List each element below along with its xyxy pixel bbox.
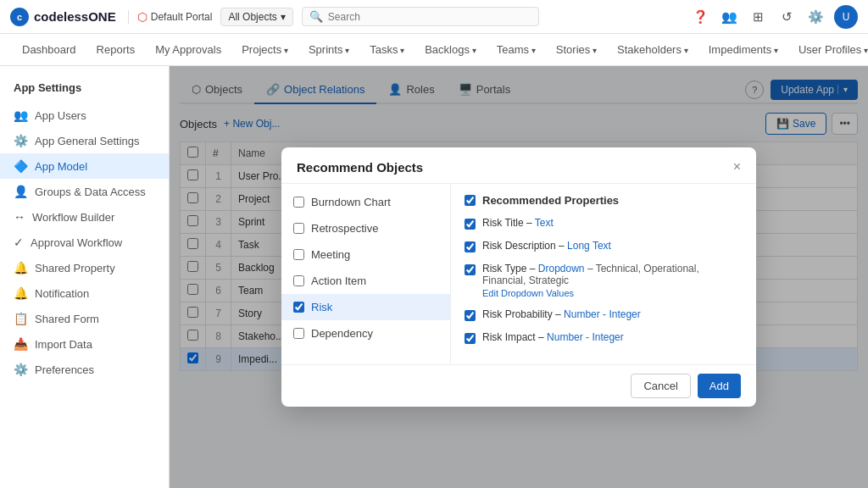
- nav-sprints[interactable]: Sprints: [300, 36, 358, 63]
- sidebar-item-preferences[interactable]: ⚙️ Preferences: [0, 357, 169, 382]
- modal-close-button[interactable]: ×: [733, 159, 741, 175]
- modal-object-checkbox[interactable]: [293, 275, 304, 286]
- modal-object-checkbox[interactable]: [293, 197, 304, 208]
- prop-type-link[interactable]: Number - Integer: [564, 308, 641, 320]
- search-input[interactable]: [328, 11, 531, 23]
- modal-object-item[interactable]: Dependency: [281, 320, 450, 347]
- main-layout: App Settings 👥 App Users ⚙️ App General …: [0, 66, 868, 488]
- modal-object-checkbox[interactable]: [293, 223, 304, 234]
- nav-teams[interactable]: Teams: [488, 36, 544, 63]
- sidebar-item-approval-workflow[interactable]: ✓ Approval Workflow: [0, 230, 169, 255]
- sidebar-item-general-settings[interactable]: ⚙️ App General Settings: [0, 128, 169, 153]
- sidebar-import-data-label: Import Data: [35, 338, 92, 351]
- prop-link[interactable]: Edit Dropdown Values: [482, 288, 743, 298]
- sidebar-groups-label: Groups & Data Access: [35, 186, 146, 198]
- app-model-icon: 🔷: [14, 159, 28, 173]
- property-item: Risk Description – Long Text: [465, 240, 743, 252]
- sidebar-item-workflow-builder[interactable]: ↔️ Workflow Builder: [0, 204, 169, 230]
- property-checkbox[interactable]: [465, 264, 476, 275]
- all-objects-button[interactable]: All Objects ▾: [220, 8, 292, 26]
- recommend-objects-modal: Recommend Objects × Burndown Chart Retro…: [281, 147, 756, 407]
- nav-projects[interactable]: Projects: [233, 36, 297, 63]
- modal-object-checkbox[interactable]: [293, 302, 304, 313]
- prop-name: Risk Impact: [482, 331, 536, 343]
- recommended-properties-checkbox[interactable]: [465, 195, 476, 206]
- sidebar-workflow-builder-label: Workflow Builder: [32, 211, 114, 224]
- modal-object-item[interactable]: Risk: [281, 294, 450, 320]
- modal-object-label: Burndown Chart: [311, 196, 391, 208]
- avatar[interactable]: U: [834, 5, 858, 29]
- modal-object-label: Action Item: [311, 274, 366, 287]
- logo-icon: c: [10, 8, 29, 26]
- sidebar-item-notification[interactable]: 🔔 Notification: [0, 280, 169, 306]
- prop-name: Risk Description: [482, 240, 556, 252]
- search-icon: 🔍: [309, 10, 323, 23]
- nav-backlogs[interactable]: Backlogs: [416, 36, 485, 63]
- nav-stories[interactable]: Stories: [548, 36, 605, 63]
- prop-separator: –: [555, 308, 564, 320]
- modal-object-label: Retrospective: [311, 222, 378, 235]
- property-checkbox[interactable]: [465, 219, 476, 230]
- modal-object-item[interactable]: Meeting: [281, 241, 450, 268]
- prop-content: Risk Probability – Number - Integer: [482, 308, 743, 320]
- modal-title: Recommend Objects: [297, 160, 423, 175]
- sidebar-item-app-users[interactable]: 👥 App Users: [0, 103, 169, 128]
- sidebar-app-users-label: App Users: [35, 109, 86, 122]
- prop-type-link[interactable]: Dropdown: [538, 263, 585, 274]
- modal-objects-panel: Burndown Chart Retrospective Meeting Act…: [281, 184, 451, 364]
- app-users-icon: 👥: [14, 108, 28, 122]
- users-icon[interactable]: 👥: [719, 7, 739, 27]
- history-icon[interactable]: ↺: [776, 7, 797, 27]
- all-objects-label: All Objects: [228, 11, 276, 23]
- modal-object-item[interactable]: Retrospective: [281, 215, 450, 241]
- grid-icon[interactable]: ⊞: [748, 7, 768, 27]
- help-icon[interactable]: ❓: [690, 7, 710, 27]
- portal-badge: ⬡ Default Portal: [128, 10, 213, 24]
- nav-tasks[interactable]: Tasks: [361, 36, 413, 63]
- prop-content: Risk Impact – Number - Integer: [482, 331, 743, 343]
- prop-type-link[interactable]: Number - Integer: [547, 331, 624, 343]
- shared-property-icon: 🔔: [14, 261, 28, 274]
- cancel-button[interactable]: Cancel: [631, 374, 690, 398]
- prop-content: Risk Description – Long Text: [482, 240, 743, 252]
- sidebar-item-import-data[interactable]: 📥 Import Data: [0, 331, 169, 357]
- prop-type-link[interactable]: Long Text: [567, 240, 611, 252]
- property-checkbox[interactable]: [465, 241, 476, 252]
- nav-approvals[interactable]: My Approvals: [147, 36, 230, 63]
- sidebar-approval-workflow-label: Approval Workflow: [31, 236, 122, 249]
- sidebar-general-settings-label: App General Settings: [35, 135, 140, 147]
- sidebar-shared-form-label: Shared Form: [35, 313, 99, 325]
- settings-icon[interactable]: ⚙️: [805, 7, 826, 27]
- workflow-builder-icon: ↔️: [14, 210, 25, 224]
- nav-impediments[interactable]: Impediments: [700, 36, 787, 63]
- import-data-icon: 📥: [14, 337, 28, 351]
- modal-object-item[interactable]: Burndown Chart: [281, 189, 450, 215]
- modal-object-checkbox[interactable]: [293, 249, 304, 260]
- prop-content: Risk Title – Text: [482, 217, 743, 229]
- sidebar-item-shared-form[interactable]: 📋 Shared Form: [0, 306, 169, 331]
- notification-icon: 🔔: [14, 286, 28, 300]
- property-checkbox[interactable]: [465, 310, 476, 321]
- prop-name: Risk Probability: [482, 308, 553, 320]
- add-button[interactable]: Add: [698, 374, 741, 398]
- nav-dashboard[interactable]: Dashboard: [14, 36, 85, 63]
- nav-stakeholders[interactable]: Stakeholders: [609, 36, 697, 63]
- prop-name: Risk Type: [482, 263, 526, 274]
- sidebar-item-shared-property[interactable]: 🔔 Shared Property: [0, 255, 169, 280]
- property-checkbox[interactable]: [465, 333, 476, 344]
- prop-type-link[interactable]: Text: [535, 217, 554, 229]
- modal-object-item[interactable]: Action Item: [281, 268, 450, 294]
- search-bar: 🔍: [302, 7, 539, 26]
- sidebar-item-groups[interactable]: 👤 Groups & Data Access: [0, 179, 169, 204]
- content: ⬡ Objects 🔗 Object Relations 👤 Roles 🖥️ …: [170, 66, 868, 488]
- sidebar-app-model-label: App Model: [35, 160, 87, 173]
- sidebar-notification-label: Notification: [35, 287, 89, 300]
- modal-object-checkbox[interactable]: [293, 328, 304, 339]
- general-settings-icon: ⚙️: [14, 134, 28, 147]
- property-item: Risk Probability – Number - Integer: [465, 308, 743, 321]
- nav-user-profiles[interactable]: User Profiles: [790, 36, 868, 63]
- sidebar-item-app-model[interactable]: 🔷 App Model: [0, 153, 169, 179]
- prop-separator: –: [559, 240, 567, 252]
- property-item: Risk Title – Text: [465, 217, 743, 230]
- nav-reports[interactable]: Reports: [88, 36, 144, 63]
